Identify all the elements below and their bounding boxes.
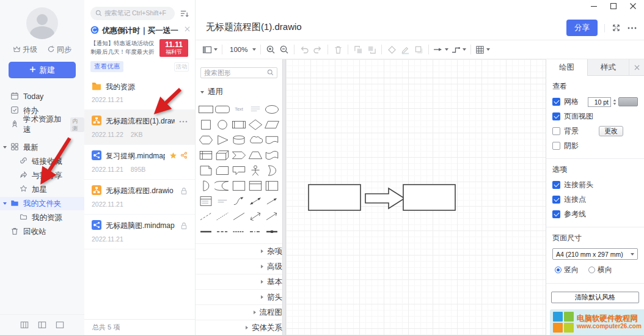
star-filled-icon[interactable]: [169, 152, 177, 161]
sidebar-item-link-favorites[interactable]: 链接收藏: [0, 155, 84, 168]
shape-step[interactable]: [231, 148, 247, 162]
grid-checkbox[interactable]: [552, 98, 560, 106]
paper-size-select[interactable]: A4 (210 mm x 297 mm): [552, 248, 638, 260]
section-flowchart[interactable]: 流程图: [196, 304, 282, 320]
shape-dotted-link[interactable]: [231, 224, 247, 238]
share-button[interactable]: 分享: [566, 20, 598, 36]
tab-draw[interactable]: 绘图: [546, 59, 588, 76]
document-title[interactable]: 无标题流程图(1).drawio: [206, 21, 302, 33]
shape-cylinder[interactable]: [231, 133, 247, 147]
shape-directional-connector[interactable]: [263, 209, 280, 223]
shape-diamond[interactable]: [247, 117, 263, 131]
shape-ellipse[interactable]: [263, 102, 280, 116]
drawing-canvas[interactable]: [286, 59, 546, 335]
more-options-icon[interactable]: [179, 120, 188, 123]
close-panel-icon[interactable]: [629, 59, 644, 75]
to-back-button[interactable]: [365, 42, 378, 57]
shape-and[interactable]: [198, 179, 214, 193]
view-offer-button[interactable]: 查看优惠: [90, 61, 123, 72]
shape-curve[interactable]: [231, 194, 247, 208]
shape-cloud[interactable]: [247, 133, 263, 147]
page-view-checkbox[interactable]: [552, 112, 560, 120]
to-front-button[interactable]: [351, 42, 365, 57]
section-arrows[interactable]: 箭头: [196, 289, 282, 304]
file-row-flowchart-1[interactable]: 无标题流程图(1).drawio 2022.11.222KB: [84, 110, 195, 145]
shape-list-item[interactable]: [214, 194, 231, 208]
zoom-level-dropdown[interactable]: 100%: [225, 42, 257, 57]
line-color-button[interactable]: [398, 42, 412, 57]
shape-search-input[interactable]: 搜索图形: [200, 67, 277, 78]
shape-rounded-rectangle[interactable]: [214, 102, 231, 116]
section-basic[interactable]: 基本: [196, 274, 282, 289]
avatar[interactable]: [26, 7, 58, 39]
shape-tape[interactable]: [263, 148, 280, 162]
connection-arrows-checkbox[interactable]: [552, 181, 560, 189]
maximize-icon[interactable]: [604, 0, 623, 12]
section-advanced[interactable]: 高级: [196, 259, 282, 274]
file-row-review-outline[interactable]: 复习提纲.mindmap 2022.11.21895B: [84, 145, 195, 180]
three-pane-view-button[interactable]: [20, 321, 29, 329]
shape-dash-dot-link[interactable]: [247, 224, 263, 238]
sidebar-item-today[interactable]: Today: [0, 90, 84, 103]
sidebar-item-starred[interactable]: 加星: [0, 183, 84, 196]
file-row-mindmap[interactable]: 无标题脑图.mindmap 2022.11.21: [84, 215, 195, 249]
sidebar-item-recent[interactable]: 最新: [0, 141, 84, 154]
shape-card[interactable]: [214, 163, 231, 177]
spinner-arrows[interactable]: [613, 99, 617, 105]
shape-container[interactable]: [231, 179, 247, 193]
zoom-out-button[interactable]: [277, 42, 291, 57]
table-grid-dropdown[interactable]: [474, 42, 491, 57]
section-misc[interactable]: 杂项: [196, 243, 282, 259]
tab-style[interactable]: 样式: [588, 59, 629, 75]
change-background-button[interactable]: 更改: [599, 126, 623, 136]
shape-dashed-link[interactable]: [214, 224, 231, 238]
shape-data-storage[interactable]: [214, 179, 231, 193]
shape-dashed-line[interactable]: [198, 209, 214, 223]
sidebar-item-my-folders[interactable]: 我的文件夹: [0, 197, 84, 210]
section-entity-relation[interactable]: 实体关系: [196, 320, 282, 335]
shape-parallelogram[interactable]: [263, 117, 280, 131]
more-options-icon[interactable]: [628, 27, 637, 29]
shape-trapezoid[interactable]: [247, 148, 263, 162]
redo-button[interactable]: [311, 42, 324, 57]
file-row-my-resources[interactable]: 我的资源 2022.11.21: [84, 76, 195, 110]
undo-button[interactable]: [298, 42, 311, 57]
shape-hexagon[interactable]: [198, 133, 214, 147]
shape-cube[interactable]: [214, 148, 231, 162]
shape-textbox[interactable]: [247, 102, 263, 116]
single-pane-view-button[interactable]: [56, 321, 64, 329]
shape-triangle[interactable]: [214, 133, 231, 147]
canvas-shape-rect[interactable]: [403, 185, 455, 210]
connection-arrow-dropdown[interactable]: [432, 42, 450, 57]
shape-callout[interactable]: [231, 163, 247, 177]
sidebar-item-shared-with-me[interactable]: 与我分享: [0, 169, 84, 182]
landscape-radio[interactable]: 横向: [588, 265, 612, 275]
shape-arrow[interactable]: [263, 194, 280, 208]
shape-dotted-line[interactable]: [214, 209, 231, 223]
minimize-icon[interactable]: [584, 0, 604, 12]
shape-bold-link[interactable]: [263, 224, 280, 238]
grid-color-swatch[interactable]: [618, 97, 638, 106]
background-checkbox[interactable]: [552, 127, 560, 135]
clear-default-style-button[interactable]: 清除默认风格: [551, 292, 639, 303]
sidebar-item-trash[interactable]: 回收站: [0, 225, 84, 238]
file-row-flowchart[interactable]: 无标题流程图.drawio 2022.11.21: [84, 180, 195, 215]
shape-bidirectional-arrow[interactable]: [247, 194, 263, 208]
shape-rectangle[interactable]: [198, 102, 214, 116]
grid-size-input[interactable]: 10 pt: [588, 97, 611, 107]
shape-text[interactable]: Text: [231, 102, 247, 116]
shape-or[interactable]: [263, 163, 280, 177]
search-input[interactable]: 搜索笔记 Ctrl+Shift+F: [90, 7, 175, 20]
shape-document[interactable]: [263, 133, 280, 147]
section-general[interactable]: 通用: [196, 84, 282, 100]
sort-icon[interactable]: [178, 8, 190, 19]
fill-color-button[interactable]: [385, 42, 398, 57]
shape-circle[interactable]: [214, 117, 231, 131]
sidebar-item-my-resources[interactable]: 我的资源: [0, 211, 84, 224]
zoom-in-button[interactable]: [264, 42, 277, 57]
toggle-panel-button[interactable]: [201, 42, 219, 57]
delete-button[interactable]: [331, 42, 345, 57]
promo-card[interactable]: 优惠倒计时｜买一送一 【通知】特惠返场活动仅剩最后几天！年度最大折扣力度... …: [90, 26, 189, 72]
shape-actor[interactable]: [247, 163, 263, 177]
shape-internal-storage[interactable]: [198, 148, 214, 162]
